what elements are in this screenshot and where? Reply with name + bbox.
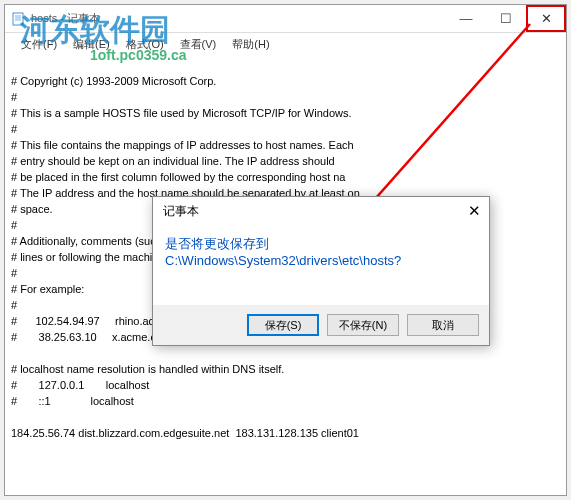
text-line: # This is a sample HOSTS file used by Mi… (11, 107, 352, 119)
text-line: # 127.0.0.1 localhost (11, 379, 149, 391)
text-line: # (11, 219, 17, 231)
text-line: # (11, 91, 17, 103)
menu-view[interactable]: 查看(V) (172, 37, 225, 52)
text-line: # space. (11, 203, 53, 215)
menu-edit[interactable]: 编辑(E) (65, 37, 118, 52)
notepad-icon (11, 12, 25, 26)
titlebar: hosts - 记事本 — ☐ ✕ (5, 5, 566, 33)
maximize-button[interactable]: ☐ (486, 5, 526, 32)
text-line: # (11, 299, 17, 311)
menubar: 文件(F) 编辑(E) 格式(O) 查看(V) 帮助(H) (5, 33, 566, 55)
window-controls: — ☐ ✕ (446, 5, 566, 32)
text-line: # For example: (11, 283, 84, 295)
menu-format[interactable]: 格式(O) (118, 37, 172, 52)
dont-save-button[interactable]: 不保存(N) (327, 314, 399, 336)
dialog-message-line2: C:\Windows\System32\drivers\etc\hosts? (165, 253, 477, 268)
menu-file[interactable]: 文件(F) (13, 37, 65, 52)
text-line: # This file contains the mappings of IP … (11, 139, 354, 151)
text-line: 184.25.56.74 dist.blizzard.com.edgesuite… (11, 427, 359, 439)
text-line: # be placed in the first column followed… (11, 171, 345, 183)
menu-help[interactable]: 帮助(H) (224, 37, 277, 52)
minimize-button[interactable]: — (446, 5, 486, 32)
dialog-title: 记事本 (163, 203, 199, 220)
dialog-titlebar: 记事本 ✕ (153, 197, 489, 225)
text-line: # Copyright (c) 1993-2009 Microsoft Corp… (11, 75, 216, 87)
svg-rect-0 (13, 13, 23, 25)
text-line: # ::1 localhost (11, 395, 134, 407)
text-line: # localhost name resolution is handled w… (11, 363, 284, 375)
window-title: hosts - 记事本 (31, 11, 446, 26)
dialog-buttons: 保存(S) 不保存(N) 取消 (153, 305, 489, 345)
dialog-body: 是否将更改保存到 C:\Windows\System32\drivers\etc… (153, 225, 489, 278)
text-line: # (11, 267, 17, 279)
close-button[interactable]: ✕ (526, 5, 566, 32)
dialog-message-line1: 是否将更改保存到 (165, 235, 477, 253)
text-line: # (11, 123, 17, 135)
save-button[interactable]: 保存(S) (247, 314, 319, 336)
dialog-close-button[interactable]: ✕ (459, 197, 489, 225)
text-line: # entry should be kept on an individual … (11, 155, 335, 167)
save-dialog: 记事本 ✕ 是否将更改保存到 C:\Windows\System32\drive… (152, 196, 490, 346)
cancel-button[interactable]: 取消 (407, 314, 479, 336)
